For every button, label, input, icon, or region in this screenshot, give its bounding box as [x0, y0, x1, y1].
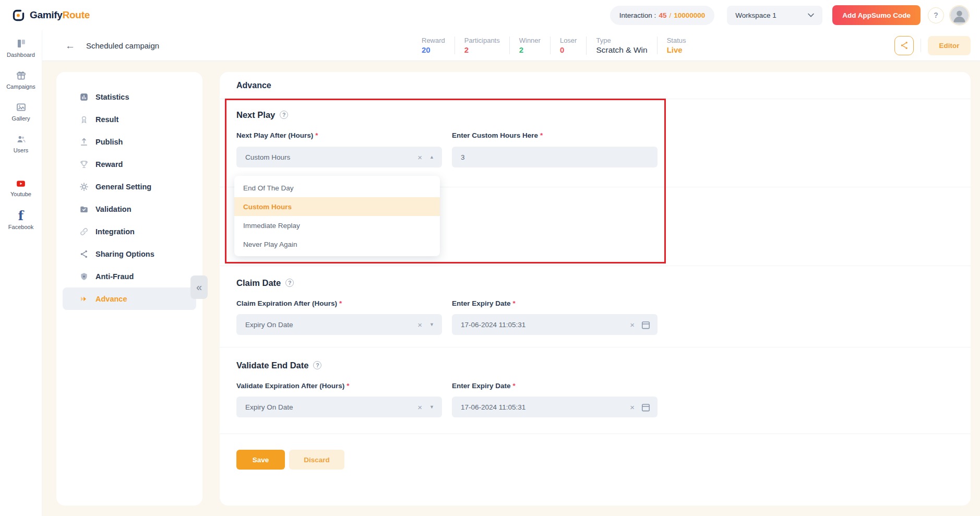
- next-play-dropdown: End Of The Day Custom Hours Immediate Re…: [234, 176, 440, 256]
- back-arrow-icon[interactable]: ←: [65, 41, 75, 51]
- image-icon: [16, 102, 27, 113]
- share-icon: [900, 41, 909, 50]
- help-icon: ?: [934, 11, 938, 19]
- gear-icon: [79, 182, 89, 191]
- campaign-header: ← Scheduled campaign Reward 20 Participa…: [42, 30, 980, 61]
- add-appsumo-code-button[interactable]: Add AppSumo Code: [832, 5, 921, 25]
- caret-down-icon[interactable]: ▼: [429, 322, 434, 327]
- user-avatar-icon: [950, 6, 969, 25]
- menu-item-advance[interactable]: Advance: [63, 287, 196, 310]
- validate-expiry-date-input[interactable]: 17-06-2024 11:05:31 ×: [452, 397, 658, 417]
- campaign-settings-menu: Statistics Result Publish Reward Ge: [56, 72, 202, 506]
- validate-end-date-heading: Validate End Date ?: [236, 359, 954, 371]
- nav-item-users[interactable]: Users: [0, 134, 42, 157]
- nav-item-gallery[interactable]: Gallery: [0, 102, 42, 125]
- save-button[interactable]: Save: [236, 450, 285, 470]
- validate-end-date-section: Validate End Date ? Validate Expiration …: [220, 347, 971, 434]
- interaction-total: 10000000: [674, 11, 705, 19]
- required-mark: *: [513, 299, 516, 307]
- brand-logo-icon: [11, 8, 26, 22]
- caret-down-icon[interactable]: ▼: [429, 404, 434, 410]
- help-circle-icon[interactable]: ?: [280, 111, 288, 119]
- avatar[interactable]: [950, 6, 969, 25]
- date-value: 17-06-2024 11:05:31: [461, 403, 525, 411]
- menu-item-sharing-options[interactable]: Sharing Options: [63, 243, 196, 265]
- claim-expiration-select[interactable]: Expiry On Date × ▼: [236, 314, 442, 335]
- select-value: Expiry On Date: [245, 403, 293, 411]
- collapse-sidebar-button[interactable]: «: [190, 275, 208, 299]
- discard-button[interactable]: Discard: [289, 450, 344, 470]
- publish-icon: [79, 137, 89, 147]
- clear-icon[interactable]: ×: [630, 403, 635, 412]
- menu-item-general-setting[interactable]: General Setting: [63, 175, 196, 198]
- calendar-icon[interactable]: [641, 320, 651, 330]
- menu-item-anti-fraud[interactable]: Anti-Fraud: [63, 265, 196, 287]
- dropdown-option-end-of-the-day[interactable]: End Of The Day: [234, 178, 440, 197]
- stat-participants: Participants 2: [455, 37, 509, 54]
- nav-item-campaigns[interactable]: Campaigns: [0, 70, 42, 93]
- menu-item-integration[interactable]: Integration: [63, 220, 196, 243]
- claim-expiry-date-label: Enter Expiry Date*: [452, 299, 658, 307]
- dropdown-option-custom-hours[interactable]: Custom Hours: [234, 197, 440, 216]
- custom-hours-input[interactable]: 3: [452, 147, 658, 167]
- folder-check-icon: [79, 205, 89, 214]
- advance-settings-card: Advance Next Play ? Next Play After (Hou…: [220, 72, 971, 506]
- gift-icon: [16, 70, 27, 81]
- help-circle-icon[interactable]: ?: [313, 361, 321, 369]
- custom-hours-label: Enter Custom Hours Here*: [452, 131, 658, 139]
- menu-item-validation[interactable]: Validation: [63, 198, 196, 220]
- help-button[interactable]: ?: [928, 7, 944, 23]
- dashboard-icon: [16, 38, 27, 49]
- clear-icon[interactable]: ×: [630, 320, 635, 329]
- clear-icon[interactable]: ×: [417, 320, 422, 329]
- menu-item-result[interactable]: Result: [63, 108, 196, 130]
- nav-item-dashboard[interactable]: Dashboard: [0, 38, 42, 61]
- clear-icon[interactable]: ×: [417, 403, 422, 412]
- date-value: 17-06-2024 11:05:31: [461, 321, 525, 329]
- share-button[interactable]: [894, 36, 914, 55]
- interaction-separator: /: [669, 11, 671, 19]
- menu-item-publish[interactable]: Publish: [63, 130, 196, 153]
- dropdown-option-never-play-again[interactable]: Never Play Again: [234, 235, 440, 254]
- workspace-select[interactable]: Workspace 1: [727, 6, 822, 25]
- select-value: Expiry On Date: [245, 321, 293, 329]
- nav-item-facebook[interactable]: f Facebook: [0, 211, 42, 234]
- required-mark: *: [315, 131, 318, 139]
- stat-winner: Winner 2: [509, 37, 550, 54]
- content-area: Statistics Result Publish Reward Ge: [42, 61, 980, 516]
- next-play-after-label: Next Play After (Hours)*: [236, 131, 442, 139]
- calendar-icon[interactable]: [641, 402, 651, 412]
- claim-date-heading: Claim Date ?: [236, 277, 954, 289]
- required-mark: *: [346, 382, 349, 390]
- required-mark: *: [513, 382, 516, 390]
- page-title: Scheduled campaign: [86, 41, 159, 50]
- select-value: Custom Hours: [245, 153, 290, 161]
- next-play-after-select[interactable]: Custom Hours × ▲: [236, 147, 442, 167]
- claim-expiration-label: Claim Expiration After (Hours)*: [236, 299, 442, 307]
- caret-up-icon[interactable]: ▲: [429, 154, 434, 160]
- brand-wordmark: GamifyRoute: [30, 9, 90, 21]
- youtube-icon: [15, 179, 27, 188]
- menu-item-reward[interactable]: Reward: [63, 153, 196, 175]
- required-mark: *: [339, 299, 342, 307]
- validate-expiration-select[interactable]: Expiry On Date × ▼: [236, 397, 442, 417]
- link-icon: [79, 227, 89, 236]
- dropdown-option-immediate-replay[interactable]: Immediate Replay: [234, 216, 440, 235]
- nav-item-youtube[interactable]: Youtube: [0, 179, 42, 202]
- clear-icon[interactable]: ×: [417, 153, 422, 162]
- collapse-icon: «: [196, 281, 202, 293]
- interaction-counter: Interaction : 45 / 10000000: [610, 6, 714, 25]
- editor-button[interactable]: Editor: [928, 36, 971, 55]
- next-play-section: Next Play ? Next Play After (Hours)* Ent…: [220, 99, 971, 187]
- help-circle-icon[interactable]: ?: [285, 279, 294, 287]
- stat-status: Status Live: [657, 37, 696, 54]
- claim-expiry-date-input[interactable]: 17-06-2024 11:05:31 ×: [452, 314, 658, 335]
- interaction-used: 45: [659, 11, 666, 19]
- share-nodes-icon: [79, 249, 89, 259]
- divider: [921, 39, 921, 52]
- campaign-stats: Reward 20 Participants 2 Winner 2 Loser …: [422, 30, 696, 61]
- brand-logo[interactable]: GamifyRoute: [11, 8, 90, 22]
- menu-item-statistics[interactable]: Statistics: [63, 86, 196, 108]
- status-badge: Live: [667, 45, 686, 54]
- card-title: Advance: [220, 72, 971, 99]
